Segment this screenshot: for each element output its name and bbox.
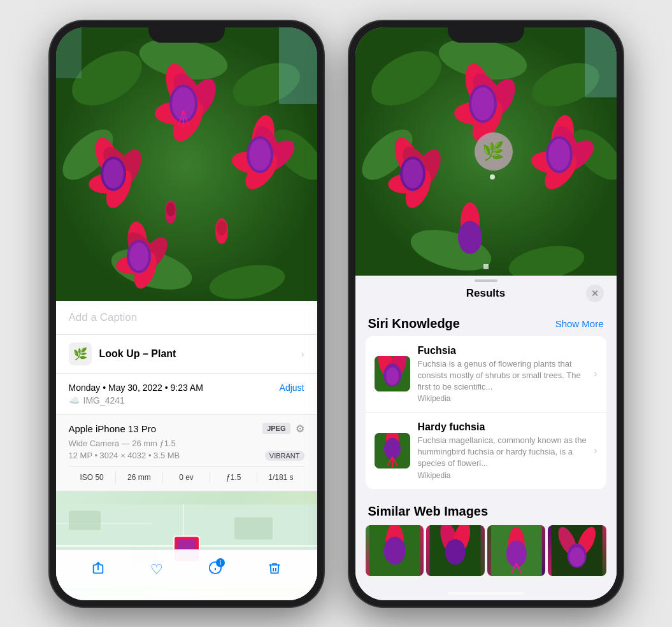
exif-shutter: 1/181 s [257,472,304,483]
lookup-chevron-icon: › [301,349,304,359]
exif-focal: 26 mm [116,472,163,483]
home-indicator [148,592,225,595]
main-container: Add a Caption 🌿 Look Up – Plant › Monday… [37,8,636,619]
svg-point-42 [166,202,175,216]
results-title: Results [386,287,586,300]
knowledge-chevron-1-icon: › [594,368,597,379]
svg-point-31 [249,139,271,171]
device-name: Apple iPhone 13 Pro [69,423,157,434]
svg-point-73 [471,87,494,120]
web-image-2[interactable] [426,525,485,576]
adjust-button[interactable]: Adjust [280,383,304,393]
close-button[interactable]: ✕ [586,285,604,302]
knowledge-text-1: Fuchsia Fuchsia is a genus of flowering … [418,345,589,404]
results-header: Results ✕ [355,276,617,309]
left-phone: Add a Caption 🌿 Look Up – Plant › Monday… [50,21,324,607]
svg-rect-43 [279,27,317,104]
photo-area-left [56,27,317,301]
svg-point-111 [506,540,526,567]
device-section: Apple iPhone 13 Pro JPEG ⚙ Wide Camera —… [56,415,317,491]
exif-iso: ISO 50 [69,472,116,483]
exif-ev: 0 ev [163,472,210,483]
knowledge-item-hardy[interactable]: Hardy fuchsia Fuchsia magellanica, commo… [366,412,606,489]
web-images-row [355,525,617,576]
caption-area[interactable]: Add a Caption [56,301,317,335]
svg-rect-44 [56,27,82,78]
info-badge: i [216,558,225,567]
svg-point-98 [384,438,401,460]
favorite-button[interactable]: ♡ [150,561,163,578]
camera-details: Wide Camera — 26 mm ƒ1.5 [69,439,304,448]
visual-lookup-button[interactable]: 🌿 [475,132,513,171]
lookup-dot [490,174,495,180]
siri-knowledge-header: Siri Knowledge Show More [355,309,617,336]
gear-icon: ⚙ [296,423,304,435]
caption-placeholder: Add a Caption [69,311,138,323]
knowledge-desc-1: Fuchsia is a genus of flowering plants t… [418,358,589,393]
right-phone: 🌿 Results ✕ Siri Knowledge [349,21,623,607]
svg-point-87 [548,139,570,171]
svg-point-118 [569,547,585,567]
svg-point-24 [103,159,124,188]
svg-point-80 [403,159,423,188]
knowledge-card: Fuchsia Fuchsia is a genus of flowering … [366,336,606,489]
cloud-icon: ☁️ [69,395,80,405]
drag-handle [475,279,497,282]
svg-point-108 [445,539,466,565]
format-badge: JPEG [262,423,290,434]
knowledge-chevron-2-icon: › [594,445,597,456]
left-screen: Add a Caption 🌿 Look Up – Plant › Monday… [56,27,317,600]
lookup-label: Look Up – Plant [99,348,176,360]
show-more-button[interactable]: Show More [555,318,604,329]
svg-rect-50 [69,511,101,530]
svg-point-40 [217,220,227,236]
photo-area-right: 🌿 [355,27,617,276]
svg-rect-90 [585,27,617,97]
info-button[interactable]: i [208,561,222,579]
knowledge-name-2: Hardy fuchsia [418,421,589,433]
svg-rect-52 [234,517,273,539]
svg-point-89 [458,221,482,254]
knowledge-thumb-1 [375,356,410,391]
meta-date: Monday • May 30, 2022 • 9:23 AM [69,383,203,393]
knowledge-thumb-2 [375,433,410,468]
web-images-section: Similar Web Images [355,494,617,581]
exif-row: ISO 50 26 mm 0 ev ƒ1.5 1/181 s [69,466,304,483]
svg-point-38 [129,243,148,271]
meta-section: Monday • May 30, 2022 • 9:23 AM Adjust ☁… [56,374,317,415]
resolution-text: 12 MP • 3024 × 4032 • 3.5 MB [69,451,180,460]
web-image-3[interactable] [487,525,546,576]
svg-point-104 [383,537,405,565]
siri-knowledge-title: Siri Knowledge [368,316,460,331]
delete-button[interactable] [268,561,282,579]
knowledge-name-1: Fuchsia [418,345,589,356]
knowledge-item-fuchsia[interactable]: Fuchsia Fuchsia is a genus of flowering … [366,336,606,413]
web-image-1[interactable] [366,525,424,576]
exif-aperture: ƒ1.5 [210,472,257,483]
meta-filename: ☁️ IMG_4241 [69,395,304,405]
knowledge-source-2: Wikipedia [418,471,589,480]
lookup-icon: 🌿 [69,342,92,365]
knowledge-source-1: Wikipedia [418,394,589,403]
knowledge-desc-2: Fuchsia magellanica, commonly known as t… [418,435,589,470]
web-images-title: Similar Web Images [355,499,617,525]
svg-point-95 [386,367,399,385]
r-home-indicator [448,592,524,595]
knowledge-text-2: Hardy fuchsia Fuchsia magellanica, commo… [418,421,589,480]
results-panel: Results ✕ Siri Knowledge Show More [355,276,617,600]
share-button[interactable] [91,561,105,579]
right-screen: 🌿 Results ✕ Siri Knowledge [355,27,617,600]
web-image-4[interactable] [548,525,606,576]
lookup-row[interactable]: 🌿 Look Up – Plant › [56,335,317,374]
vibrant-badge: VIBRANT [265,451,304,461]
